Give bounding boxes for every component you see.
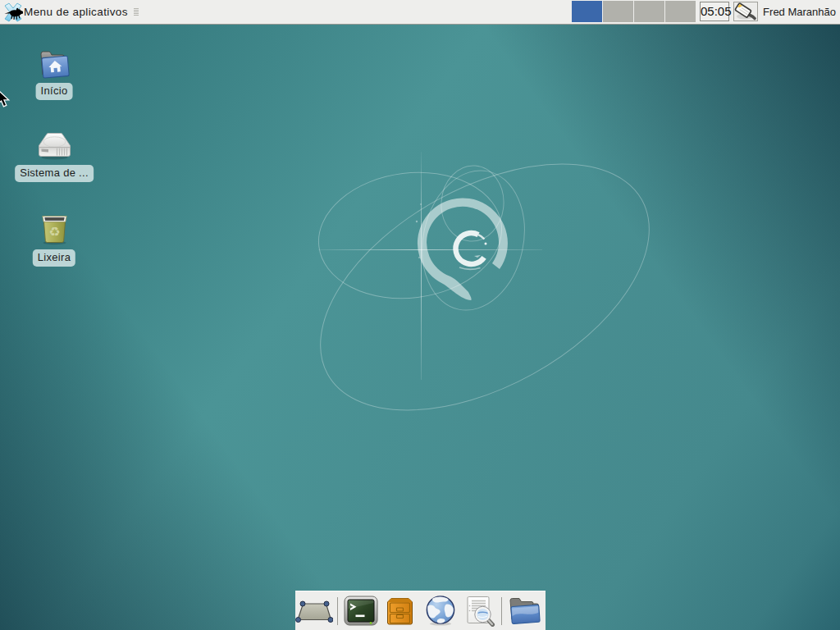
svg-text:♻: ♻: [48, 225, 60, 239]
